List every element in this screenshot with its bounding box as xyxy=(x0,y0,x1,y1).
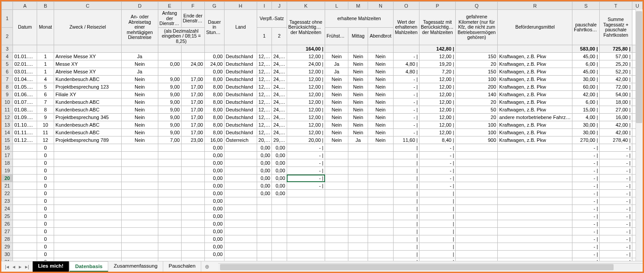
cell-P13[interactable]: 12,00 | xyxy=(419,121,455,129)
cell-E23[interactable] xyxy=(158,197,181,205)
cell-N14[interactable]: Nein xyxy=(368,129,393,136)
row-header[interactable]: 30 xyxy=(2,251,13,258)
cell-F29[interactable] xyxy=(181,243,204,251)
cell-L15[interactable]: Nein xyxy=(325,136,348,144)
spreadsheet-grid[interactable]: ABCDEFGHIJKLMNOPQRSTU1DatumMonatZweck / … xyxy=(1,1,643,261)
cell-D16[interactable] xyxy=(122,144,158,152)
cell-T26[interactable]: - | xyxy=(599,220,632,228)
cell-E11[interactable]: 9,00 xyxy=(158,106,181,114)
cell-B21[interactable]: 0 xyxy=(37,182,54,190)
cell-K6[interactable]: 12,00 | xyxy=(287,68,325,76)
total-K[interactable]: 164,00 | xyxy=(287,45,325,53)
total-cell[interactable] xyxy=(54,45,121,53)
cell-T20[interactable]: - | xyxy=(599,175,632,182)
cell-D14[interactable]: Nein xyxy=(122,129,158,136)
cell-M13[interactable]: Nein xyxy=(348,121,368,129)
cell-K17[interactable]: - | xyxy=(287,152,325,159)
cell-C25[interactable] xyxy=(54,213,121,220)
cell-P18[interactable]: - | xyxy=(419,159,455,167)
cell-O5[interactable]: 4,80 | xyxy=(393,60,419,68)
cell-I15[interactable]: 20,00 xyxy=(257,136,271,144)
column-header-D[interactable]: D xyxy=(122,2,158,10)
cell-R31[interactable] xyxy=(498,258,572,261)
cell-Q26[interactable] xyxy=(456,220,498,228)
cell-S22[interactable]: - | xyxy=(572,190,600,197)
cell-P4[interactable]: 12,00 | xyxy=(419,53,455,60)
cell-J8[interactable]: 24,00 xyxy=(272,83,287,91)
cell-N27[interactable] xyxy=(368,228,393,235)
cell-T9[interactable]: 54,00 | xyxy=(599,91,632,98)
row-header[interactable]: 25 xyxy=(2,213,13,220)
cell-D10[interactable]: Nein xyxy=(122,98,158,106)
cell-T25[interactable]: - | xyxy=(599,213,632,220)
cell-J25[interactable] xyxy=(272,213,287,220)
cell-N20[interactable] xyxy=(368,175,393,182)
cell-Q25[interactable] xyxy=(456,213,498,220)
column-header-L[interactable]: L xyxy=(325,2,348,10)
cell-Q27[interactable] xyxy=(456,228,498,235)
cell-M14[interactable]: Nein xyxy=(348,129,368,136)
total-cell[interactable] xyxy=(181,45,204,53)
cell-I17[interactable]: 0,00 xyxy=(257,152,271,159)
cell-G15[interactable]: 16,00 xyxy=(204,136,224,144)
cell-C8[interactable]: Projektbesprechung 123 xyxy=(54,83,121,91)
cell-I18[interactable]: 0,00 xyxy=(257,159,271,167)
cell-S26[interactable]: - | xyxy=(572,220,600,228)
cell-M27[interactable] xyxy=(348,228,368,235)
cell-K24[interactable] xyxy=(287,205,325,213)
sheet-tab-zusammenfassung[interactable]: Zusammenfassung xyxy=(108,261,163,272)
cell-O13[interactable]: - | xyxy=(393,121,419,129)
cell-T24[interactable]: - | xyxy=(599,205,632,213)
cell-K4[interactable]: 12,00 | xyxy=(287,53,325,60)
cell-T12[interactable]: 16,00 | xyxy=(599,114,632,121)
cell-K30[interactable] xyxy=(287,251,325,258)
cell-G16[interactable]: 0,00 xyxy=(204,144,224,152)
cell-T28[interactable]: - | xyxy=(599,235,632,243)
cell-C24[interactable] xyxy=(54,205,121,213)
row-header[interactable]: 20 xyxy=(2,175,13,182)
cell-I11[interactable]: 12,00 xyxy=(257,106,271,114)
cell-N24[interactable] xyxy=(368,205,393,213)
cell-B11[interactable]: 8 xyxy=(37,106,54,114)
column-header-S[interactable]: S xyxy=(572,2,600,10)
cell-N7[interactable]: Nein xyxy=(368,76,393,83)
cell-H18[interactable] xyxy=(224,159,257,167)
cell-S12[interactable]: 4,00 | xyxy=(572,114,600,121)
cell-B22[interactable]: 0 xyxy=(37,190,54,197)
cell-D9[interactable]: Nein xyxy=(122,91,158,98)
cell-K22[interactable] xyxy=(287,190,325,197)
column-header-B[interactable]: B xyxy=(37,2,54,10)
cell-N17[interactable] xyxy=(368,152,393,159)
row-header[interactable]: 6 xyxy=(2,68,13,76)
total-T[interactable]: 725,80 | xyxy=(599,45,632,53)
cell-F11[interactable]: 17,00 xyxy=(181,106,204,114)
cell-M10[interactable]: Nein xyxy=(348,98,368,106)
cell-O25[interactable]: | xyxy=(393,213,419,220)
cell-D29[interactable] xyxy=(122,243,158,251)
cell-M22[interactable] xyxy=(348,190,368,197)
cell-M6[interactable]: Nein xyxy=(348,68,368,76)
cell-O10[interactable]: - | xyxy=(393,98,419,106)
cell-F7[interactable]: 17,00 xyxy=(181,76,204,83)
cell-O31[interactable]: | xyxy=(393,258,419,261)
cell-R14[interactable]: Kraftwagen, z.B. Pkw xyxy=(498,129,572,136)
cell-S5[interactable]: 6,00 | xyxy=(572,60,600,68)
cell-C23[interactable] xyxy=(54,197,121,205)
cell-F6[interactable] xyxy=(181,68,204,76)
cell-T27[interactable]: - | xyxy=(599,228,632,235)
total-cell[interactable] xyxy=(158,45,181,53)
cell-G17[interactable]: 0,00 xyxy=(204,152,224,159)
cell-H29[interactable] xyxy=(224,243,257,251)
cell-H11[interactable]: Deutschland xyxy=(224,106,257,114)
cell-G14[interactable]: 8,00 xyxy=(204,129,224,136)
cell-K29[interactable] xyxy=(287,243,325,251)
cell-C17[interactable] xyxy=(54,152,121,159)
cell-S4[interactable]: 45,00 | xyxy=(572,53,600,60)
cell-K16[interactable]: - | xyxy=(287,144,325,152)
cell-R28[interactable] xyxy=(498,235,572,243)
cell-D19[interactable] xyxy=(122,167,158,175)
cell-R26[interactable] xyxy=(498,220,572,228)
cell-T5[interactable]: 25,20 | xyxy=(599,60,632,68)
cell-H13[interactable]: Deutschland xyxy=(224,121,257,129)
column-header-F[interactable]: F xyxy=(181,2,204,10)
